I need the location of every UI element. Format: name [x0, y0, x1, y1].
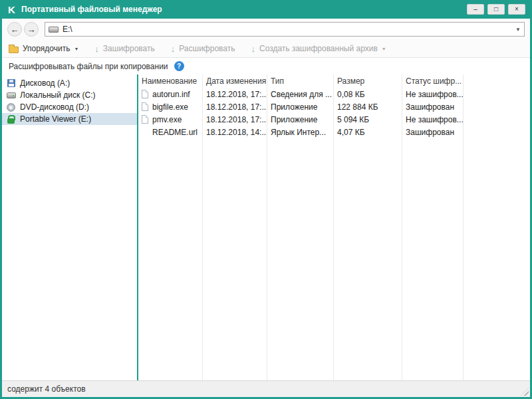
organize-label: Упорядочить: [23, 44, 70, 53]
organize-button[interactable]: Упорядочить ▼: [9, 44, 78, 53]
column-header-size[interactable]: Размер: [334, 74, 402, 88]
app-window: K Портативный файловый менеджер – □ × ← …: [0, 0, 532, 399]
close-button[interactable]: ×: [508, 4, 525, 15]
drive-label: Локальный диск (C:): [20, 90, 96, 100]
file-icon: [142, 90, 148, 98]
sidebar-item-drive-e[interactable]: Portable Viewer (E:): [2, 113, 137, 125]
sidebar-item-drive-a[interactable]: Дисковод (A:): [2, 77, 137, 89]
file-row-status[interactable]: Зашифрован: [402, 126, 464, 138]
encrypt-button[interactable]: ↓ Зашифровать: [94, 44, 154, 53]
lock-icon: [6, 114, 16, 124]
sidebar-item-drive-c[interactable]: Локальный диск (C:): [2, 89, 137, 101]
main-area: Дисковод (A:) Локальный диск (C:) DVD-ди…: [2, 74, 530, 380]
drive-label: Portable Viewer (E:): [20, 114, 91, 124]
file-row-date[interactable]: 18.12.2018, 17:...: [203, 100, 267, 113]
file-row-status[interactable]: Не зашифров...: [402, 88, 464, 100]
decrypt-on-copy-label: Расшифровывать файлы при копировании: [9, 62, 168, 71]
file-name: bigfile.exe: [152, 102, 188, 112]
column-header-type[interactable]: Тип: [267, 74, 334, 88]
file-icon: [142, 102, 148, 111]
file-row-empty: [464, 126, 530, 138]
forward-arrow-icon: →: [27, 25, 36, 35]
drive-label: DVD-дисковод (D:): [20, 102, 89, 112]
hard-disk-icon: [6, 90, 16, 100]
organize-caret-icon: ▼: [74, 47, 78, 51]
title-bar: K Портативный файловый менеджер – □ ×: [2, 0, 530, 19]
file-row-size[interactable]: 5 094 КБ: [334, 113, 402, 126]
file-row-type[interactable]: Сведения для ...: [267, 88, 334, 100]
file-icon: [142, 115, 148, 124]
file-list: Наименование Дата изменения Тип Размер С…: [138, 74, 530, 380]
close-icon: ×: [515, 6, 519, 13]
column-header-date[interactable]: Дата изменения: [203, 74, 267, 88]
column-filler: [334, 138, 402, 380]
column-filler: [203, 138, 267, 380]
sidebar-item-drive-d[interactable]: DVD-дисковод (D:): [2, 101, 137, 113]
file-name: pmv.exe: [152, 115, 182, 124]
file-row-type[interactable]: Ярлык Интер...: [267, 126, 334, 138]
address-path[interactable]: E:\: [63, 25, 511, 34]
address-dropdown-icon[interactable]: ▼: [515, 27, 521, 33]
drive-tree: Дисковод (A:) Локальный диск (C:) DVD-ди…: [2, 74, 138, 380]
status-bar: содержит 4 объектов: [2, 380, 530, 397]
column-filler: [138, 138, 203, 380]
minimize-button[interactable]: –: [467, 4, 484, 15]
dvd-icon: [6, 102, 16, 112]
file-name: README.url: [152, 128, 198, 137]
file-row-size[interactable]: 122 884 КБ: [334, 100, 402, 113]
column-header-name[interactable]: Наименование: [138, 74, 203, 88]
column-filler: [402, 138, 464, 380]
maximize-icon: □: [494, 6, 498, 13]
floppy-icon: [6, 78, 16, 88]
file-row-name[interactable]: autorun.inf: [138, 88, 203, 100]
file-row-status[interactable]: Зашифрован: [402, 100, 464, 113]
window-controls: – □ ×: [467, 4, 525, 15]
file-row-empty: [464, 88, 530, 100]
file-row-size[interactable]: 0,08 КБ: [334, 88, 402, 100]
file-row-empty: [464, 113, 530, 126]
info-bar: Расшифровывать файлы при копировании ?: [2, 58, 530, 74]
address-bar[interactable]: E:\ ▼: [45, 22, 525, 37]
toolbar: Упорядочить ▼ ↓ Зашифровать ↓ Расшифрова…: [2, 40, 530, 58]
encrypt-icon: ↓: [94, 45, 99, 53]
decrypt-label: Расшифровать: [179, 44, 235, 53]
column-header-status[interactable]: Статус шифр...: [402, 74, 464, 88]
encrypt-label: Зашифровать: [103, 44, 155, 53]
status-text: содержит 4 объектов: [7, 384, 86, 394]
kaspersky-logo-icon: K: [8, 4, 21, 15]
column-filler: [267, 138, 334, 380]
file-row-date[interactable]: 18.12.2018, 14:...: [203, 126, 267, 138]
back-button[interactable]: ←: [7, 22, 22, 37]
drive-label: Дисковод (A:): [20, 78, 70, 88]
file-row-type[interactable]: Приложение: [267, 100, 334, 113]
file-row-status[interactable]: Не зашифров...: [402, 113, 464, 126]
file-row-type[interactable]: Приложение: [267, 113, 334, 126]
forward-button[interactable]: →: [24, 22, 39, 37]
decrypt-icon: ↓: [171, 45, 176, 53]
file-row-size[interactable]: 4,07 КБ: [334, 126, 402, 138]
file-row-date[interactable]: 18.12.2018, 17:...: [203, 113, 267, 126]
create-archive-caret-icon: ▼: [382, 47, 386, 51]
file-row-date[interactable]: 18.12.2018, 17:...: [203, 88, 267, 100]
column-header-empty: [464, 74, 530, 88]
file-row-empty: [464, 100, 530, 113]
minimize-icon: –: [473, 6, 477, 13]
file-row-name[interactable]: bigfile.exe: [138, 100, 203, 113]
create-archive-button[interactable]: ↓ Создать зашифрованный архив ▼: [251, 44, 386, 53]
back-arrow-icon: ←: [11, 25, 19, 35]
navigation-bar: ← → E:\ ▼: [2, 19, 530, 40]
file-name: autorun.inf: [152, 90, 190, 99]
maximize-button[interactable]: □: [487, 4, 505, 15]
window-title: Портативный файловый менеджер: [21, 5, 162, 14]
decrypt-button[interactable]: ↓ Расшифровать: [171, 44, 235, 53]
folder-icon: [9, 47, 19, 53]
drive-icon: [49, 27, 59, 33]
create-archive-label: Создать зашифрованный архив: [259, 44, 378, 53]
help-icon[interactable]: ?: [174, 61, 184, 71]
resize-grip[interactable]: [521, 388, 529, 396]
file-row-name[interactable]: README.url: [138, 126, 203, 138]
column-filler: [464, 138, 530, 380]
file-row-name[interactable]: pmv.exe: [138, 113, 203, 126]
create-archive-icon: ↓: [251, 45, 255, 53]
